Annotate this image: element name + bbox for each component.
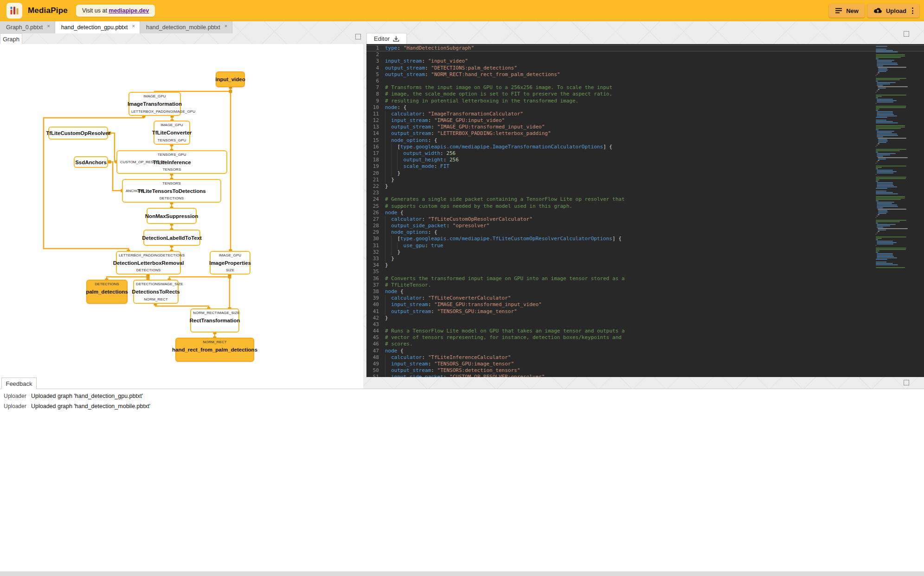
graph-node-TfLiteCustomOpResolver[interactable]: TfLiteCustomOpResolver <box>48 127 108 140</box>
code-line-18: 18output_height: 256 <box>366 157 924 163</box>
bottom-scrollbar-track[interactable] <box>0 571 924 576</box>
visit-us-pill: Visit us at mediapipe.dev <box>76 5 155 17</box>
code-line-21: 21} <box>366 177 924 183</box>
close-icon[interactable]: × <box>132 23 135 29</box>
line-number: 3 <box>366 58 385 64</box>
code-line-16: 16[type.googleapis.com/mediapipe.ImageTr… <box>366 144 924 150</box>
code-line-31: 31use_gpu: true <box>366 243 924 249</box>
line-number: 37 <box>366 282 385 288</box>
code-line-42: 42} <box>366 315 924 321</box>
upload-button[interactable]: Upload <box>867 4 919 18</box>
line-number: 43 <box>366 321 385 328</box>
download-icon[interactable] <box>393 36 399 42</box>
line-number: 24 <box>366 196 385 203</box>
line-number: 13 <box>366 124 385 130</box>
feedback-text: Uploaded graph 'hand_detection_mobile.pb… <box>31 403 150 410</box>
line-number: 42 <box>366 315 385 321</box>
graph-node-input_video[interactable]: input_video <box>216 71 245 87</box>
tab-graph[interactable]: Graph <box>0 33 22 44</box>
port-letterbox_padding: LETTERBOX_PADDING <box>131 109 173 114</box>
graph-canvas[interactable]: input_videoIMAGE_GPUImageTransformationL… <box>0 44 363 389</box>
line-number: 14 <box>366 130 385 137</box>
close-icon[interactable]: × <box>225 23 227 29</box>
graph-node-hand_rect_from_palm_detections[interactable]: NORM_RECThand_rect_from_palm_detections <box>175 338 254 362</box>
code-line-7: 7# Transforms the input image on GPU to … <box>366 84 924 91</box>
tab-feedback[interactable]: Feedback <box>1 378 37 389</box>
line-number: 50 <box>366 367 385 374</box>
feedback-message-row: UploaderUploaded graph 'hand_detection_g… <box>0 391 924 401</box>
code-line-12: 12input_stream: "IMAGE_GPU:input_video" <box>366 117 924 124</box>
line-number: 1 <box>366 45 385 51</box>
graph-node-DetectionLetterboxRemoval[interactable]: LETTERBOX_PADDINGDETECTIONSDetectionLett… <box>116 251 181 275</box>
line-number: 9 <box>366 98 385 104</box>
feedback-source: Uploader <box>4 393 26 399</box>
line-number: 21 <box>366 177 385 183</box>
line-number: 20 <box>366 170 385 177</box>
graph-node-TfLiteConverter[interactable]: IMAGE_GPUTfLiteConverterTENSORS_GPU <box>154 121 190 145</box>
code-line-30: 30[type.googleapis.com/mediapipe.TfLiteC… <box>366 236 924 242</box>
code-line-23: 23 <box>366 190 924 196</box>
line-number: 39 <box>366 295 385 301</box>
close-icon[interactable]: × <box>47 23 50 29</box>
editor-tab-label: Editor <box>374 35 390 42</box>
expand-graph-panel-icon[interactable] <box>355 34 361 39</box>
graph-node-RectTransformation[interactable]: NORM_RECTIMAGE_SIZERectTransformation <box>190 308 239 333</box>
graph-node-TfLiteTensorsToDetections[interactable]: TENSORSANCHORSTfLiteTensorsToDetectionsD… <box>122 179 221 203</box>
code-editor[interactable]: 1type: "HandDetectionSubgraph"23input_st… <box>366 44 924 377</box>
code-line-34: 34} <box>366 262 924 269</box>
graph-node-DetectionLabelIdToText[interactable]: DetectionLabelIdToText <box>143 230 200 246</box>
graph-node-ImageTransformation[interactable]: IMAGE_GPUImageTransformationLETTERBOX_PA… <box>128 92 181 116</box>
node-name: TfLiteCustomOpResolver <box>46 130 110 136</box>
feedback-source: Uploader <box>4 403 26 410</box>
code-line-35: 35 <box>366 269 924 275</box>
new-button[interactable]: New <box>829 4 865 18</box>
node-name: TfLiteTensorsToDetections <box>137 188 205 194</box>
node-name: DetectionLetterboxRemoval <box>113 260 184 266</box>
graph-node-NonMaxSuppression[interactable]: NonMaxSuppression <box>147 208 197 224</box>
line-number: 48 <box>366 354 385 361</box>
line-number: 16 <box>366 144 385 150</box>
file-tab-hand_detection_gpu.pbtxt[interactable]: hand_detection_gpu.pbtxt× <box>55 21 140 33</box>
code-line-17: 17output_width: 256 <box>366 150 924 157</box>
line-number: 12 <box>366 117 385 124</box>
port-norm_rect: NORM_RECT <box>193 311 217 315</box>
line-number: 35 <box>366 269 385 275</box>
port-image_gpu: IMAGE_GPU <box>143 94 166 98</box>
line-number: 4 <box>366 65 385 71</box>
node-name: DetectionLabelIdToText <box>142 235 202 241</box>
code-line-33: 33} <box>366 256 924 262</box>
file-tab-label: hand_detection_gpu.pbtxt <box>61 24 128 31</box>
line-number: 30 <box>366 236 385 242</box>
kebab-menu-icon[interactable] <box>912 7 913 14</box>
line-number: 28 <box>366 223 385 229</box>
code-line-41: 41output_stream: "TENSORS_GPU:image_tens… <box>366 308 924 315</box>
editor-minimap[interactable] <box>876 46 917 269</box>
line-number: 23 <box>366 190 385 196</box>
mediapipe-dev-link[interactable]: mediapipe.dev <box>109 7 149 14</box>
graph-node-palm_detections[interactable]: DETECTIONSpalm_detections <box>86 280 128 304</box>
port-tensors_gpu: TENSORS_GPU <box>158 138 186 142</box>
expand-feedback-panel-icon[interactable] <box>904 380 909 385</box>
code-line-8: 8# image, the scale_mode option is set t… <box>366 91 924 97</box>
code-line-26: 26node { <box>366 210 924 216</box>
file-tab-hand_detection_mobile.pbtxt[interactable]: hand_detection_mobile.pbtxt× <box>140 21 232 33</box>
code-line-36: 36# Converts the transformed input image… <box>366 275 924 282</box>
code-line-19: 19scale_mode: FIT <box>366 163 924 170</box>
code-line-6: 6 <box>366 78 924 84</box>
line-number: 36 <box>366 275 385 282</box>
line-number: 40 <box>366 301 385 308</box>
line-number: 44 <box>366 328 385 334</box>
app-title: MediaPipe <box>28 6 68 15</box>
tab-editor[interactable]: Editor <box>366 33 407 44</box>
graph-node-DetectionsToRects[interactable]: DETECTIONSIMAGE_SIZEDetectionsToRectsNOR… <box>133 280 179 304</box>
port-image_size: IMAGE_SIZE <box>217 311 240 315</box>
code-line-43: 43 <box>366 321 924 328</box>
graph-node-ImageProperties[interactable]: IMAGE_GPUImagePropertiesSIZE <box>210 251 250 275</box>
port-image_gpu: IMAGE_GPU <box>219 253 241 257</box>
graph-node-TfLiteInference[interactable]: TENSORS_GPUCUSTOM_OP_RESOLVERTfLiteInfer… <box>116 150 227 174</box>
node-name: hand_rect_from_palm_detections <box>172 347 257 352</box>
graph-node-SsdAnchors[interactable]: SsdAnchors <box>74 156 108 168</box>
port-image_gpu: IMAGE_GPU <box>160 123 183 127</box>
code-line-13: 13output_stream: "IMAGE_GPU:transformed_… <box>366 124 924 130</box>
file-tab-Graph_0.pbtxt[interactable]: Graph_0.pbtxt× <box>0 21 55 33</box>
